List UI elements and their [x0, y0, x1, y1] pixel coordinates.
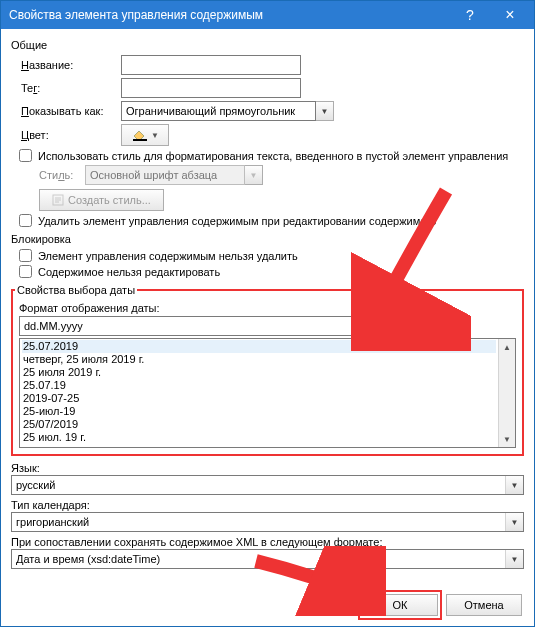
date-format-listbox[interactable]: 25.07.2019 четверг, 25 июля 2019 г. 25 и… [19, 338, 516, 448]
chevron-down-icon[interactable]: ▼ [505, 476, 523, 494]
xml-mapping-value: Дата и время (xsd:dateTime) [12, 550, 505, 568]
list-item[interactable]: 25.07.2019 [22, 340, 496, 353]
scrollbar[interactable]: ▲ ▼ [498, 339, 515, 447]
tag-input[interactable] [121, 78, 301, 98]
date-format-input[interactable] [19, 316, 439, 336]
dialog-body: Общие Название: Тег: Показывать как: Огр… [1, 29, 534, 577]
cancel-button[interactable]: Отмена [446, 594, 522, 616]
showas-select[interactable]: Ограничивающий прямоугольник ▼ [121, 101, 334, 121]
scroll-down-icon[interactable]: ▼ [499, 431, 515, 447]
date-format-label: Формат отображения даты: [19, 302, 516, 314]
chevron-down-icon[interactable]: ▼ [505, 550, 523, 568]
dialog-window: Свойства элемента управления содержимым … [0, 0, 535, 627]
ok-button[interactable]: ОК [362, 594, 438, 616]
xml-mapping-label: При сопоставлении сохранять содержимое X… [11, 536, 524, 548]
locking-section-label: Блокировка [11, 233, 524, 245]
no-edit-checkbox[interactable] [19, 265, 32, 278]
paint-bucket-icon [131, 128, 149, 142]
list-item[interactable]: 25 июл. 19 г. [22, 431, 496, 444]
list-item[interactable]: 25.07.19 [22, 379, 496, 392]
list-item[interactable]: 25-июл-19 [22, 405, 496, 418]
no-edit-label: Содержимое нельзя редактировать [38, 266, 220, 278]
showas-label: Показывать как: [11, 105, 121, 117]
list-item[interactable]: 2019-07-25 [22, 392, 496, 405]
remove-on-edit-checkbox[interactable] [19, 214, 32, 227]
xml-mapping-select[interactable]: Дата и время (xsd:dateTime) ▼ [11, 549, 524, 569]
svg-rect-0 [133, 139, 147, 141]
list-item[interactable]: 25 июля 2019 г. [22, 366, 496, 379]
chevron-down-icon[interactable]: ▼ [505, 513, 523, 531]
date-section-label: Свойства выбора даты [15, 284, 137, 296]
color-button[interactable]: ▼ [121, 124, 169, 146]
remove-on-edit-label: Удалить элемент управления содержимым пр… [38, 215, 436, 227]
list-item[interactable]: 25/07/2019 [22, 418, 496, 431]
no-delete-label: Элемент управления содержимым нельзя уда… [38, 250, 298, 262]
scroll-up-icon[interactable]: ▲ [499, 339, 515, 355]
date-format-list[interactable]: 25.07.2019 четверг, 25 июля 2019 г. 25 и… [20, 339, 498, 447]
dialog-footer: ОК Отмена [362, 594, 522, 616]
name-input[interactable] [121, 55, 301, 75]
name-label: Название: [11, 59, 121, 71]
language-value: русский [12, 476, 505, 494]
style-icon [52, 194, 64, 206]
titlebar: Свойства элемента управления содержимым … [1, 1, 534, 29]
language-label: Язык: [11, 462, 524, 474]
use-style-label: Использовать стиль для форматирования те… [38, 150, 508, 162]
style-select: Основной шрифт абзаца ▼ [85, 165, 263, 185]
style-label: Стиль: [39, 169, 85, 181]
language-select[interactable]: русский ▼ [11, 475, 524, 495]
general-section-label: Общие [11, 39, 524, 51]
new-style-button: Создать стиль... [39, 189, 164, 211]
no-delete-checkbox[interactable] [19, 249, 32, 262]
chevron-down-icon[interactable]: ▼ [316, 101, 334, 121]
list-item[interactable]: четверг, 25 июля 2019 г. [22, 353, 496, 366]
calendar-select[interactable]: григорианский ▼ [11, 512, 524, 532]
calendar-label: Тип календаря: [11, 499, 524, 511]
showas-value: Ограничивающий прямоугольник [121, 101, 316, 121]
date-properties-group: Свойства выбора даты Формат отображения … [11, 284, 524, 456]
close-button[interactable]: × [490, 1, 530, 29]
window-title: Свойства элемента управления содержимым [9, 8, 450, 22]
use-style-checkbox[interactable] [19, 149, 32, 162]
tag-label: Тег: [11, 82, 121, 94]
chevron-down-icon: ▼ [245, 165, 263, 185]
chevron-down-icon: ▼ [151, 131, 159, 140]
color-label: Цвет: [11, 129, 121, 141]
help-button[interactable]: ? [450, 1, 490, 29]
calendar-value: григорианский [12, 513, 505, 531]
style-value: Основной шрифт абзаца [85, 165, 245, 185]
